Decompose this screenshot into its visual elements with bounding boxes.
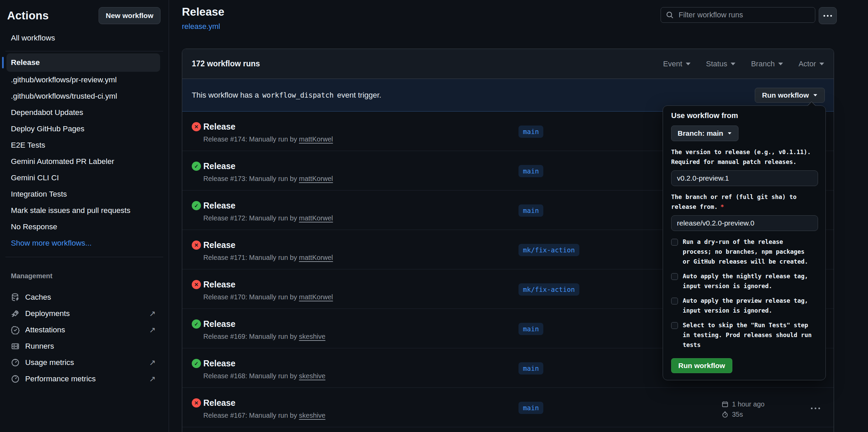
- nightly-tag-option: Auto apply the nightly release tag, inpu…: [671, 271, 817, 291]
- nightly-tag-checkbox[interactable]: [671, 273, 678, 280]
- actor-link[interactable]: skeshive: [299, 412, 325, 419]
- run-status-icon: ✓: [192, 162, 201, 171]
- cache-icon: [11, 293, 20, 302]
- external-link-icon: [149, 309, 156, 318]
- run-description: Release #170: Manually run by mattKorwel: [203, 293, 333, 301]
- sidebar-item-pr-review[interactable]: .github/workflows/pr-review.yml: [6, 72, 160, 88]
- run-description: Release #174: Manually run by mattKorwel: [203, 135, 333, 143]
- version-input-description: The version to release (e.g., v0.1.11). …: [671, 147, 817, 167]
- run-status-icon: ✓: [192, 201, 201, 210]
- run-options-kebab-button[interactable]: [809, 405, 822, 411]
- branch-badge[interactable]: mk/fix-action: [518, 283, 579, 296]
- actor-link[interactable]: mattKorwel: [299, 254, 333, 261]
- sidebar-item-deploy-github-pages[interactable]: Deploy GitHub Pages: [6, 121, 160, 137]
- branch-filter-dropdown[interactable]: Branch: [751, 60, 783, 68]
- branch-badge[interactable]: main: [518, 204, 543, 217]
- actor-link[interactable]: mattKorwel: [299, 135, 333, 143]
- preview-tag-checkbox[interactable]: [671, 298, 678, 304]
- run-title[interactable]: Release: [203, 240, 236, 250]
- version-input[interactable]: [671, 170, 818, 186]
- branch-badge[interactable]: main: [518, 323, 543, 335]
- sidebar-item-integration-tests[interactable]: Integration Tests: [6, 186, 160, 202]
- sidebar-item-all-workflows[interactable]: All workflows: [6, 30, 160, 46]
- chevron-down-icon: [686, 63, 691, 65]
- new-workflow-button[interactable]: New workflow: [99, 7, 160, 24]
- sidebar-item-trusted-ci[interactable]: .github/workflows/trusted-ci.yml: [6, 88, 160, 104]
- checkbox-label: Run a dry-run of the release process; no…: [683, 237, 808, 267]
- event-filter-dropdown[interactable]: Event: [663, 60, 690, 68]
- workflow-options-kebab-button[interactable]: [819, 7, 837, 24]
- sidebar-item-gemini-pr-labeler[interactable]: Gemini Automated PR Labeler: [6, 153, 160, 170]
- branch-select-button[interactable]: Branch: main: [671, 126, 738, 141]
- actor-link[interactable]: mattKorwel: [299, 214, 333, 222]
- run-title[interactable]: Release: [203, 280, 236, 289]
- actor-link[interactable]: skeshive: [299, 372, 325, 380]
- verified-icon: [11, 326, 20, 334]
- status-filter-dropdown[interactable]: Status: [706, 60, 735, 68]
- run-status-icon: ✕: [192, 398, 201, 408]
- actor-filter-dropdown[interactable]: Actor: [799, 60, 824, 68]
- chevron-down-icon: [819, 63, 824, 65]
- stopwatch-icon: [721, 411, 729, 418]
- meter-icon: [11, 375, 20, 383]
- dry-run-checkbox[interactable]: [671, 239, 678, 246]
- run-description: Release #171: Manually run by mattKorwel: [203, 254, 333, 262]
- run-status-icon: ✓: [192, 319, 201, 329]
- branch-badge[interactable]: main: [518, 402, 543, 414]
- banner-text: event trigger.: [337, 91, 381, 100]
- server-icon: [11, 342, 20, 351]
- run-description: Release #173: Manually run by mattKorwel: [203, 175, 333, 183]
- management-section-label: Management: [11, 272, 169, 281]
- ref-input-description: The branch or ref (full git sha) to rele…: [671, 192, 817, 212]
- run-title[interactable]: Release: [203, 359, 236, 368]
- run-description: Release #172: Manually run by mattKorwel: [203, 214, 333, 222]
- ref-input[interactable]: [671, 215, 818, 231]
- sidebar-item-e2e-tests[interactable]: E2E Tests: [6, 137, 160, 153]
- sidebar-item-attestations[interactable]: Attestations: [6, 322, 160, 338]
- branch-badge[interactable]: mk/fix-action: [518, 244, 579, 256]
- sidebar-item-release[interactable]: Release: [6, 53, 160, 72]
- preview-tag-option: Auto apply the preview release tag, inpu…: [671, 296, 817, 316]
- external-link-icon: [149, 375, 156, 384]
- run-title[interactable]: Release: [203, 398, 236, 408]
- actor-link[interactable]: mattKorwel: [299, 175, 333, 182]
- sidebar-item-deployments[interactable]: Deployments: [6, 305, 160, 322]
- sidebar-item-dependabot-updates[interactable]: Dependabot Updates: [6, 104, 160, 121]
- sidebar-item-performance-metrics[interactable]: Performance metrics: [6, 371, 160, 387]
- chevron-down-icon: [813, 94, 817, 96]
- runs-panel-header: 172 workflow runs Event Status Branch Ac…: [182, 49, 834, 79]
- sidebar-item-label: Caches: [25, 293, 51, 302]
- run-title[interactable]: Release: [203, 319, 236, 329]
- popover-caret: [807, 101, 816, 106]
- kebab-icon: [811, 408, 813, 409]
- sidebar-item-mark-stale[interactable]: Mark stale issues and pull requests: [6, 202, 160, 219]
- sidebar-item-runners[interactable]: Runners: [6, 338, 160, 354]
- run-title[interactable]: Release: [203, 122, 236, 132]
- actor-link[interactable]: mattKorwel: [299, 293, 333, 301]
- run-title[interactable]: Release: [203, 201, 236, 211]
- show-more-workflows-link[interactable]: Show more workflows...: [6, 235, 160, 251]
- sidebar-item-label: Release: [11, 58, 40, 67]
- run-status-icon: ✓: [192, 359, 201, 368]
- branch-badge[interactable]: main: [518, 126, 543, 138]
- run-status-icon: ✕: [192, 240, 201, 250]
- run-workflow-dropdown-button[interactable]: Run workflow: [755, 88, 825, 103]
- sidebar-item-gemini-cli-ci[interactable]: Gemini CLI CI: [6, 170, 160, 186]
- run-duration: 35s: [732, 411, 743, 418]
- branch-badge[interactable]: main: [518, 165, 543, 177]
- sidebar-title: Actions: [7, 9, 49, 22]
- sidebar-item-label: Usage metrics: [25, 358, 74, 367]
- workflow-file-link[interactable]: release.yml: [182, 22, 220, 31]
- run-title[interactable]: Release: [203, 161, 236, 171]
- workflow-run-row[interactable]: ✕ Release Release #167: Manually run by …: [182, 388, 834, 427]
- filter-workflow-runs-input[interactable]: [661, 7, 815, 23]
- run-workflow-popover: Use workflow from Branch: main The versi…: [663, 105, 826, 380]
- sidebar-item-caches[interactable]: Caches: [6, 289, 160, 305]
- skip-tests-option: Select to skip the "Run Tests" step in t…: [671, 320, 817, 350]
- skip-tests-checkbox[interactable]: [671, 322, 678, 329]
- branch-badge[interactable]: main: [518, 362, 543, 375]
- sidebar-item-no-response[interactable]: No Response: [6, 219, 160, 235]
- actor-link[interactable]: skeshive: [299, 333, 325, 340]
- sidebar-item-usage-metrics[interactable]: Usage metrics: [6, 354, 160, 371]
- run-workflow-submit-button[interactable]: Run workflow: [671, 358, 732, 373]
